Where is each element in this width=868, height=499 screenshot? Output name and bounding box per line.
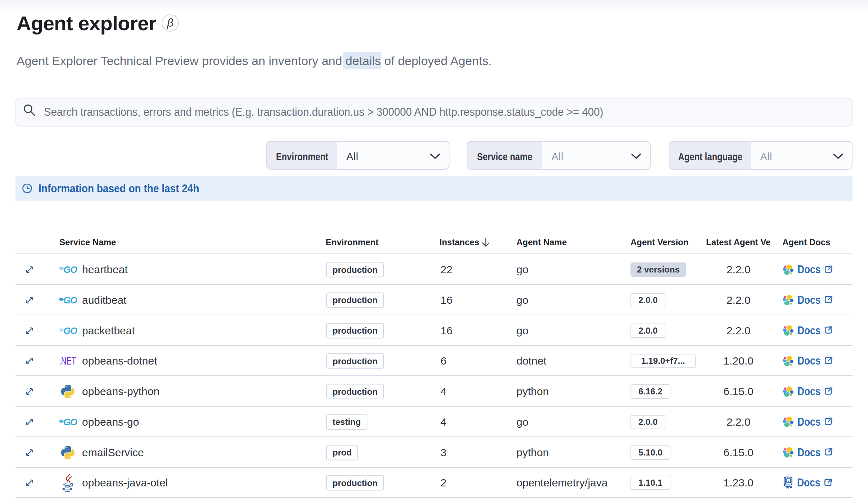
svg-text:GO: GO: [63, 418, 77, 426]
svg-text:GO: GO: [63, 296, 77, 304]
svg-text:GO: GO: [63, 327, 77, 335]
svg-text:GO: GO: [63, 266, 77, 274]
